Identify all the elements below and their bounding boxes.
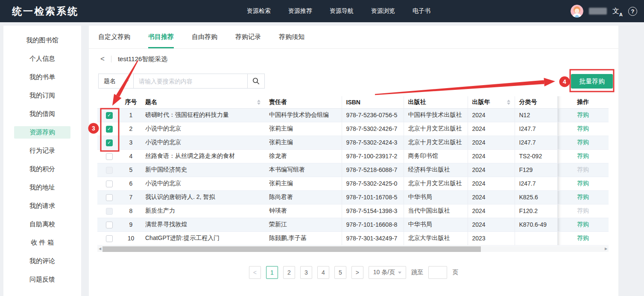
divider	[111, 56, 111, 62]
avatar[interactable]	[571, 5, 583, 18]
jump-page-input[interactable]	[428, 266, 447, 279]
header-isbn: ISBN	[342, 96, 404, 108]
page-button-2[interactable]: 2	[283, 266, 295, 279]
translate-icon[interactable]: 文A	[612, 7, 623, 16]
pagination: < 1 2 3 4 5 > 10 条/页 跳至 页	[89, 266, 618, 279]
header-year[interactable]: 出版年	[468, 96, 515, 108]
top-navigation: 资源检索 资源推荐 资源导航 资源浏览 电子书	[247, 0, 430, 22]
search-group: 题名	[98, 74, 265, 89]
sort-icon	[507, 100, 510, 105]
sidebar-item-points[interactable]: 我的积分	[3, 160, 81, 178]
page-size-select[interactable]: 10 条/页	[369, 266, 406, 279]
recommend-link[interactable]: 荐购	[577, 139, 589, 145]
row-checkbox	[106, 208, 113, 215]
nav-item-resource-browse[interactable]: 资源浏览	[371, 7, 395, 15]
sidebar-item-feedback[interactable]: 问题反馈	[3, 270, 81, 289]
page-title: test1126智能采选	[118, 55, 167, 63]
sidebar-item-behavior-log[interactable]: 行为记录	[3, 142, 81, 160]
header-title[interactable]: 题名	[141, 96, 265, 108]
row-checkbox[interactable]: ✓	[106, 112, 113, 119]
batch-purchase-button[interactable]: 批量荐购	[571, 74, 613, 89]
row-checkbox[interactable]: ✓	[106, 126, 113, 133]
sidebar-item-booklist[interactable]: 我的书单	[3, 68, 81, 86]
user-cluster: 文A ?	[571, 0, 637, 22]
breadcrumb: < test1126智能采选	[89, 49, 167, 69]
scroll-right-icon[interactable]: ▶	[603, 246, 609, 252]
table-row: 5 新中国经济简史 本书编写组著 978-7-5218-6088-7 经济科学出…	[97, 163, 609, 177]
nav-item-resource-navigate[interactable]: 资源导航	[330, 7, 354, 15]
table-row: ✓ 3 小说中的北京 张莉主编 978-7-5302-2424-3 北京十月文艺…	[97, 136, 609, 149]
main-panel: 自定义荐购 书目推荐 自由荐购 荐购记录 荐购须知 < test1126智能采选…	[89, 26, 618, 296]
sidebar-item-inbox[interactable]: 收 件 箱	[3, 234, 81, 252]
search-button[interactable]	[247, 74, 264, 88]
topbar: 统一检索系统 资源检索 资源推荐 资源导航 资源浏览 电子书 文A ?	[0, 0, 644, 22]
tab-free-purchase[interactable]: 自由荐购	[192, 26, 217, 48]
search-icon	[252, 77, 260, 85]
horizontal-scrollbar[interactable]: ◀ ▶	[97, 246, 609, 252]
sidebar-item-resource-purchase[interactable]: 资源荐购	[3, 123, 81, 142]
row-checkbox[interactable]	[106, 194, 113, 201]
tab-purchase-notice[interactable]: 荐购须知	[279, 26, 304, 48]
tab-custom-purchase[interactable]: 自定义荐购	[98, 26, 130, 48]
tab-bar: 自定义荐购 书目推荐 自由荐购 荐购记录 荐购须知	[89, 26, 618, 49]
back-button[interactable]: <	[100, 55, 105, 63]
sidebar-item-my-library[interactable]: 我的图书馆	[3, 31, 81, 50]
page-button-4[interactable]: 4	[317, 266, 329, 279]
recommend-link[interactable]: 荐购	[577, 180, 589, 186]
row-checkbox	[106, 167, 113, 174]
scrollbar-thumb[interactable]	[102, 246, 481, 252]
sidebar-item-comments[interactable]: 我的评论	[3, 252, 81, 270]
sidebar-item-self-checkout[interactable]: 自助离校	[3, 215, 81, 234]
check-icon: ✓	[107, 140, 111, 145]
help-icon[interactable]: ?	[628, 7, 637, 16]
table-header-row: 序号 题名 责任者 ISBN 出版社 出版年 分类号 操作	[97, 96, 609, 108]
recommend-link[interactable]: 荐购	[577, 152, 589, 159]
recommend-link[interactable]: 荐购	[577, 111, 589, 118]
header-publisher: 出版社	[404, 96, 468, 108]
header-action: 操作	[557, 96, 609, 108]
recommend-link[interactable]: 荐购	[577, 193, 589, 200]
nav-item-resource-search[interactable]: 资源检索	[247, 7, 271, 15]
search-field-select[interactable]: 题名	[99, 74, 134, 88]
sidebar-item-address[interactable]: 我的地址	[3, 178, 81, 197]
tab-purchase-history[interactable]: 荐购记录	[235, 26, 261, 48]
page-button-5[interactable]: 5	[334, 266, 346, 279]
sidebar-item-profile[interactable]: 个人信息	[3, 50, 81, 68]
sidebar-item-requests[interactable]: 我的请求	[3, 197, 81, 215]
recommend-link[interactable]: 荐购	[577, 221, 589, 228]
jump-label: 跳至	[411, 269, 423, 276]
next-page-button[interactable]: >	[351, 266, 363, 279]
header-class-no: 分类号	[515, 96, 557, 108]
table-row: ✓ 1 磅礴时代：强国征程的科技力量 中国科学技术协会组编 978-7-5236…	[97, 108, 609, 122]
sidebar-item-borrowing[interactable]: 我的借阅	[3, 105, 81, 123]
row-checkbox[interactable]	[106, 181, 113, 187]
page-unit-label: 页	[452, 269, 458, 276]
table-row: 10 ChatGPT进阶:提示工程入门 陈颢鹏,李子菡 978-7-301-34…	[97, 231, 609, 245]
page-button-3[interactable]: 3	[300, 266, 312, 279]
row-checkbox[interactable]: ✓	[106, 139, 113, 146]
username-redacted	[589, 8, 607, 15]
table-row: 4 丝路食语：从丝绸之路走来的食材 徐龙著 978-7-100-23917-2 …	[97, 149, 609, 163]
scroll-left-icon[interactable]: ◀	[97, 246, 102, 252]
table-row: 9 满世界寻找敦煌 荣新江 978-7-101-16608-8 中华书局 202…	[97, 218, 609, 231]
recommend-link[interactable]: 荐购	[577, 234, 589, 241]
tab-book-recommend[interactable]: 书目推荐	[148, 26, 174, 48]
sidebar: 我的图书馆 个人信息 我的书单 我的订阅 我的借阅 资源荐购 行为记录 我的积分…	[3, 26, 81, 296]
nav-item-resource-recommend[interactable]: 资源推荐	[288, 7, 312, 15]
prev-page-button[interactable]: <	[249, 266, 261, 279]
header-author: 责任者	[265, 96, 342, 108]
header-checkbox	[97, 96, 121, 108]
row-checkbox[interactable]	[106, 153, 113, 160]
sidebar-item-subscription[interactable]: 我的订阅	[3, 86, 81, 105]
recommend-link-disabled: 荐购	[577, 207, 589, 214]
chevron-down-icon	[398, 272, 401, 274]
nav-item-ebook[interactable]: 电子书	[413, 7, 430, 15]
recommend-link[interactable]: 荐购	[577, 125, 589, 132]
row-checkbox[interactable]	[106, 222, 113, 228]
table-row: 6 小说中的北京 张莉主编 978-7-5302-2425-0 北京十月文艺出版…	[97, 177, 609, 190]
sort-icon	[257, 100, 261, 105]
search-input[interactable]	[134, 74, 247, 88]
chevron-down-icon	[126, 80, 129, 82]
row-checkbox[interactable]	[106, 235, 113, 242]
page-button-1[interactable]: 1	[266, 266, 278, 279]
